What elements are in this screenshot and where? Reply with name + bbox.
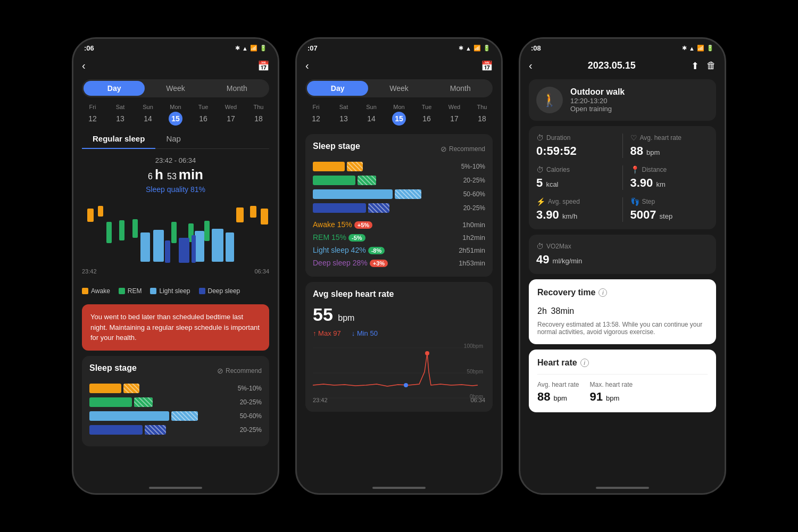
svg-rect-7: [132, 219, 138, 238]
rem-bar-hatch: [134, 397, 153, 407]
calories-value: 5 kcal: [536, 176, 615, 190]
tab-week-2[interactable]: Week: [368, 81, 429, 96]
awake-bar-solid-2: [313, 162, 345, 171]
date-item[interactable]: Sat 13: [113, 104, 127, 126]
date-item[interactable]: Thu 18: [252, 104, 265, 126]
stat-avg-hr: ♡ Avg. heart rate 88 bpm: [630, 134, 709, 158]
svg-text:100bpm: 100bpm: [464, 343, 483, 349]
app-header-1: ‹ 📅: [73, 55, 278, 76]
date-item[interactable]: Thu 18: [475, 104, 489, 126]
recovery-info-icon[interactable]: i: [598, 288, 607, 297]
tab-day-2[interactable]: Day: [307, 81, 368, 96]
sleep-duration: 6h 53min: [82, 167, 269, 183]
date-item[interactable]: Sun 14: [141, 104, 155, 126]
recommend-label: ⊘ Recommend: [217, 367, 262, 375]
svg-rect-1: [98, 206, 103, 217]
hr-section: Avg sleep heart rate 55 bpm ↑ Max 97 ↓ M…: [305, 282, 493, 412]
back-button-3[interactable]: ‹: [529, 60, 533, 72]
hr-info-icon[interactable]: i: [580, 359, 589, 367]
svg-rect-2: [236, 207, 244, 222]
hr-card: Heart rate i Avg. heart rate 88 bpm Max.…: [529, 350, 716, 412]
workout-time: 12:20-13:20: [570, 97, 625, 105]
stage-row-deep-2: 20-25%: [313, 203, 485, 213]
date-item-today[interactable]: Mon 15: [169, 104, 182, 126]
svg-rect-14: [212, 229, 223, 262]
home-indicator-3: [520, 483, 725, 493]
awake-bar-hatch: [123, 384, 139, 393]
stage-row-rem-2: 20-25%: [313, 176, 485, 185]
stage-stats: Awake 15%+5% 1h0min REM 15%-5% 1h2min Li…: [313, 218, 485, 269]
phone-2: :07 ✱▲📶🔋 ‹ 📅 Day Week Month Fri 12 Sat 1…: [295, 37, 503, 495]
hr-value: 55 bpm: [313, 304, 485, 325]
workout-icon: 🚶: [536, 87, 563, 113]
steps-value: 5007 step: [630, 208, 709, 222]
date-item[interactable]: Fri 12: [309, 104, 323, 126]
sleep-stage-header-2: Sleep stage ⊘ Recommend: [313, 142, 485, 156]
rem-pct-2: 20-25%: [456, 177, 485, 184]
recovery-title: Recovery time i: [537, 288, 708, 297]
stat-row-deep: Deep sleep 28%+3% 1h53min: [313, 256, 485, 269]
tab-week-1[interactable]: Week: [145, 81, 206, 96]
svg-rect-17: [179, 238, 189, 263]
recovery-subtitle: Recovery estimated at 13:58. While you c…: [537, 321, 708, 336]
light-bar-solid-2: [313, 189, 393, 199]
date-item[interactable]: Sun 14: [364, 104, 378, 126]
stat-calories: ⏱ Calories 5 kcal: [536, 165, 615, 190]
stats-row-3: ⚡ Avg. speed 3.90 km/h 👣 Step 5007: [536, 197, 709, 222]
deep-bar-hatch: [145, 425, 166, 435]
date-item[interactable]: Sat 13: [337, 104, 351, 126]
home-bar-3: [596, 487, 649, 489]
tab-day-1[interactable]: Day: [84, 81, 145, 96]
date-item[interactable]: Tue 16: [420, 104, 434, 126]
tab-selector-2: Day Week Month: [305, 79, 493, 97]
sleep-time-section: 23:42 - 06:34 6h 53min Sleep quality 81%: [73, 149, 278, 198]
svg-text:50bpm: 50bpm: [467, 369, 483, 375]
status-icons-2: ✱▲📶🔋: [459, 45, 491, 52]
speed-icon: ⚡: [536, 197, 545, 206]
awake-bar-hatch-2: [347, 162, 363, 171]
stat-row-light: Light sleep 42%-8% 2h51min: [313, 244, 485, 256]
phone3-content: ‹ 2023.05.15 ⬆ 🗑 🚶 Outdoor walk 12:20-13…: [520, 55, 725, 483]
status-bar-3: :08 ✱▲📶🔋: [520, 39, 725, 55]
legend-deep: Deep sleep: [199, 287, 240, 295]
svg-text:0bpm: 0bpm: [470, 394, 483, 400]
legend-light-color: [150, 288, 156, 294]
calendar-button-2[interactable]: 📅: [481, 60, 493, 72]
clock-icon: ⏱: [536, 134, 544, 142]
date-row-2: Fri 12 Sat 13 Sun 14 Mon 15 Tue 16 Wed 1…: [297, 101, 501, 129]
date-item[interactable]: Wed 17: [224, 104, 238, 126]
light-bar-solid: [89, 411, 169, 421]
date-item[interactable]: Wed 17: [447, 104, 461, 126]
app-header-2: ‹ 📅: [297, 55, 501, 76]
back-button-1[interactable]: ‹: [82, 60, 86, 72]
sleep-quality: Sleep quality 81%: [82, 185, 269, 194]
stage-row-awake: 5%-10%: [89, 384, 262, 393]
date-item[interactable]: Fri 12: [86, 104, 99, 126]
date-item[interactable]: Tue 16: [196, 104, 210, 126]
tab-month-1[interactable]: Month: [206, 81, 268, 96]
speed-value: 3.90 km/h: [536, 208, 615, 222]
share-icon[interactable]: ⬆: [691, 60, 699, 72]
workout-name: Outdoor walk: [570, 87, 625, 97]
tab-regular-sleep[interactable]: Regular sleep: [82, 129, 155, 148]
calendar-button-1[interactable]: 📅: [257, 60, 269, 72]
delete-icon[interactable]: 🗑: [706, 60, 716, 72]
deep-bar-solid: [89, 425, 143, 435]
date-item-today-2[interactable]: Mon 15: [392, 104, 406, 126]
tab-month-2[interactable]: Month: [430, 81, 491, 96]
hr-chart-svg-wrap: 100bpm 50bpm 0bpm: [313, 343, 485, 396]
tab-nap[interactable]: Nap: [155, 129, 192, 148]
awake-label: Awake 15%+5%: [313, 220, 372, 229]
vo2-icon: ⏱: [536, 242, 544, 251]
rem-time: 1h2min: [462, 234, 485, 242]
vo2-value: 49 ml/kg/min: [536, 253, 709, 267]
deep-time: 1h53min: [459, 259, 485, 267]
svg-rect-16: [165, 240, 170, 263]
workout-date: 2023.05.15: [588, 60, 636, 71]
rem-bar-solid: [89, 397, 132, 407]
hr-min: ↓ Min 50: [352, 329, 378, 337]
back-button-2[interactable]: ‹: [305, 60, 309, 72]
hr-title: Avg sleep heart rate: [313, 289, 485, 299]
deep-pct: 20-25%: [232, 426, 262, 434]
home-bar-2: [372, 487, 426, 489]
